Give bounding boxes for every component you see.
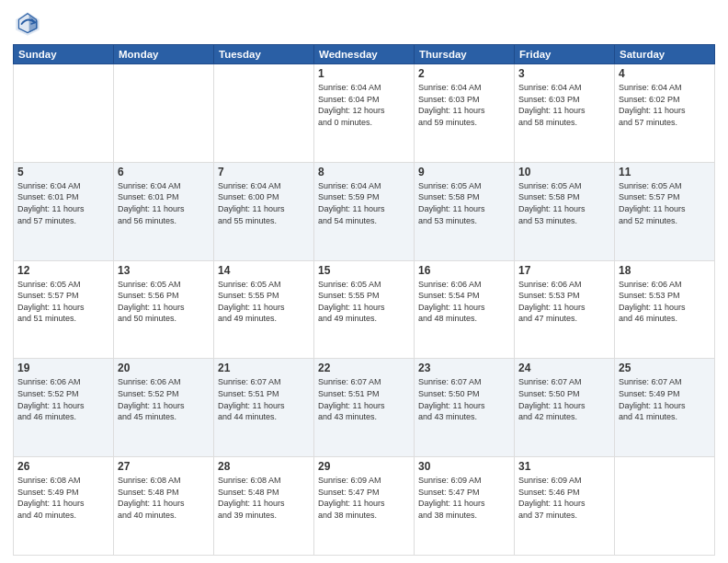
calendar-header-friday: Friday xyxy=(515,45,615,64)
calendar-day-8: 8Sunrise: 6:04 AM Sunset: 5:59 PM Daylig… xyxy=(314,162,415,260)
day-number: 10 xyxy=(518,166,610,178)
calendar-day-13: 13Sunrise: 6:05 AM Sunset: 5:56 PM Dayli… xyxy=(114,260,214,359)
day-number: 18 xyxy=(619,264,711,277)
calendar-day-22: 22Sunrise: 6:07 AM Sunset: 5:51 PM Dayli… xyxy=(314,359,415,457)
day-info: Sunrise: 6:05 AM Sunset: 5:58 PM Dayligh… xyxy=(418,180,510,226)
calendar-empty-cell xyxy=(14,64,114,163)
day-info: Sunrise: 6:04 AM Sunset: 6:03 PM Dayligh… xyxy=(518,82,610,128)
day-info: Sunrise: 6:07 AM Sunset: 5:51 PM Dayligh… xyxy=(218,376,310,422)
calendar-empty-cell xyxy=(214,64,314,163)
day-info: Sunrise: 6:07 AM Sunset: 5:50 PM Dayligh… xyxy=(418,376,510,422)
calendar-day-28: 28Sunrise: 6:08 AM Sunset: 5:48 PM Dayli… xyxy=(214,457,314,556)
calendar-week-row: 12Sunrise: 6:05 AM Sunset: 5:57 PM Dayli… xyxy=(14,260,715,359)
calendar-day-23: 23Sunrise: 6:07 AM Sunset: 5:50 PM Dayli… xyxy=(415,359,515,457)
calendar-day-3: 3Sunrise: 6:04 AM Sunset: 6:03 PM Daylig… xyxy=(515,64,615,163)
calendar-day-9: 9Sunrise: 6:05 AM Sunset: 5:58 PM Daylig… xyxy=(415,162,515,260)
day-number: 25 xyxy=(619,362,711,374)
calendar-empty-cell xyxy=(615,457,715,556)
calendar-day-7: 7Sunrise: 6:04 AM Sunset: 6:00 PM Daylig… xyxy=(214,162,314,260)
calendar-day-24: 24Sunrise: 6:07 AM Sunset: 5:50 PM Dayli… xyxy=(515,359,615,457)
header xyxy=(13,9,715,39)
day-number: 1 xyxy=(318,67,410,80)
day-number: 24 xyxy=(518,362,610,374)
calendar-day-17: 17Sunrise: 6:06 AM Sunset: 5:53 PM Dayli… xyxy=(515,260,615,359)
calendar-week-row: 1Sunrise: 6:04 AM Sunset: 6:04 PM Daylig… xyxy=(14,64,715,163)
calendar-day-29: 29Sunrise: 6:09 AM Sunset: 5:47 PM Dayli… xyxy=(314,457,415,556)
day-info: Sunrise: 6:06 AM Sunset: 5:53 PM Dayligh… xyxy=(518,279,610,325)
day-number: 11 xyxy=(619,166,711,178)
calendar-day-21: 21Sunrise: 6:07 AM Sunset: 5:51 PM Dayli… xyxy=(214,359,314,457)
day-number: 29 xyxy=(318,460,410,473)
day-info: Sunrise: 6:04 AM Sunset: 6:02 PM Dayligh… xyxy=(619,82,711,128)
day-info: Sunrise: 6:05 AM Sunset: 5:57 PM Dayligh… xyxy=(619,180,711,226)
calendar-header-saturday: Saturday xyxy=(615,45,715,64)
day-number: 20 xyxy=(118,362,210,374)
day-number: 7 xyxy=(218,166,310,178)
calendar-week-row: 19Sunrise: 6:06 AM Sunset: 5:52 PM Dayli… xyxy=(14,359,715,457)
calendar-header-row: SundayMondayTuesdayWednesdayThursdayFrid… xyxy=(14,45,715,64)
calendar-day-26: 26Sunrise: 6:08 AM Sunset: 5:49 PM Dayli… xyxy=(14,457,114,556)
day-number: 6 xyxy=(118,166,210,178)
day-number: 27 xyxy=(118,460,210,473)
logo-icon xyxy=(13,9,42,39)
calendar-day-20: 20Sunrise: 6:06 AM Sunset: 5:52 PM Dayli… xyxy=(114,359,214,457)
day-number: 13 xyxy=(118,264,210,277)
day-info: Sunrise: 6:09 AM Sunset: 5:47 PM Dayligh… xyxy=(318,475,410,521)
calendar-header-tuesday: Tuesday xyxy=(214,45,314,64)
day-info: Sunrise: 6:04 AM Sunset: 6:00 PM Dayligh… xyxy=(218,180,310,226)
calendar-day-4: 4Sunrise: 6:04 AM Sunset: 6:02 PM Daylig… xyxy=(615,64,715,163)
day-number: 26 xyxy=(17,460,109,473)
day-info: Sunrise: 6:05 AM Sunset: 5:55 PM Dayligh… xyxy=(218,279,310,325)
calendar-day-16: 16Sunrise: 6:06 AM Sunset: 5:54 PM Dayli… xyxy=(415,260,515,359)
day-info: Sunrise: 6:08 AM Sunset: 5:48 PM Dayligh… xyxy=(218,475,310,521)
day-number: 3 xyxy=(518,67,610,80)
calendar-header-monday: Monday xyxy=(114,45,214,64)
page: SundayMondayTuesdayWednesdayThursdayFrid… xyxy=(0,0,728,563)
day-number: 31 xyxy=(518,460,610,473)
day-number: 16 xyxy=(418,264,510,277)
logo xyxy=(13,9,46,39)
day-info: Sunrise: 6:06 AM Sunset: 5:52 PM Dayligh… xyxy=(118,376,210,422)
day-info: Sunrise: 6:04 AM Sunset: 6:01 PM Dayligh… xyxy=(118,180,210,226)
day-number: 5 xyxy=(17,166,109,178)
calendar-week-row: 26Sunrise: 6:08 AM Sunset: 5:49 PM Dayli… xyxy=(14,457,715,556)
calendar-day-6: 6Sunrise: 6:04 AM Sunset: 6:01 PM Daylig… xyxy=(114,162,214,260)
day-info: Sunrise: 6:07 AM Sunset: 5:51 PM Dayligh… xyxy=(318,376,410,422)
day-info: Sunrise: 6:09 AM Sunset: 5:46 PM Dayligh… xyxy=(518,475,610,521)
day-number: 22 xyxy=(318,362,410,374)
day-info: Sunrise: 6:06 AM Sunset: 5:54 PM Dayligh… xyxy=(418,279,510,325)
calendar-empty-cell xyxy=(114,64,214,163)
day-info: Sunrise: 6:09 AM Sunset: 5:47 PM Dayligh… xyxy=(418,475,510,521)
calendar-day-1: 1Sunrise: 6:04 AM Sunset: 6:04 PM Daylig… xyxy=(314,64,415,163)
calendar-day-10: 10Sunrise: 6:05 AM Sunset: 5:58 PM Dayli… xyxy=(515,162,615,260)
calendar-day-14: 14Sunrise: 6:05 AM Sunset: 5:55 PM Dayli… xyxy=(214,260,314,359)
day-info: Sunrise: 6:04 AM Sunset: 6:04 PM Dayligh… xyxy=(318,82,410,128)
calendar-day-19: 19Sunrise: 6:06 AM Sunset: 5:52 PM Dayli… xyxy=(14,359,114,457)
calendar-day-25: 25Sunrise: 6:07 AM Sunset: 5:49 PM Dayli… xyxy=(615,359,715,457)
calendar-day-5: 5Sunrise: 6:04 AM Sunset: 6:01 PM Daylig… xyxy=(14,162,114,260)
day-info: Sunrise: 6:08 AM Sunset: 5:49 PM Dayligh… xyxy=(17,475,109,521)
day-info: Sunrise: 6:04 AM Sunset: 6:03 PM Dayligh… xyxy=(418,82,510,128)
calendar-week-row: 5Sunrise: 6:04 AM Sunset: 6:01 PM Daylig… xyxy=(14,162,715,260)
calendar-day-30: 30Sunrise: 6:09 AM Sunset: 5:47 PM Dayli… xyxy=(415,457,515,556)
day-info: Sunrise: 6:07 AM Sunset: 5:50 PM Dayligh… xyxy=(518,376,610,422)
calendar-day-31: 31Sunrise: 6:09 AM Sunset: 5:46 PM Dayli… xyxy=(515,457,615,556)
day-info: Sunrise: 6:05 AM Sunset: 5:55 PM Dayligh… xyxy=(318,279,410,325)
day-number: 21 xyxy=(218,362,310,374)
day-number: 28 xyxy=(218,460,310,473)
day-number: 23 xyxy=(418,362,510,374)
day-number: 17 xyxy=(518,264,610,277)
day-number: 14 xyxy=(218,264,310,277)
day-number: 15 xyxy=(318,264,410,277)
calendar-day-15: 15Sunrise: 6:05 AM Sunset: 5:55 PM Dayli… xyxy=(314,260,415,359)
calendar-day-12: 12Sunrise: 6:05 AM Sunset: 5:57 PM Dayli… xyxy=(14,260,114,359)
day-number: 30 xyxy=(418,460,510,473)
day-info: Sunrise: 6:06 AM Sunset: 5:53 PM Dayligh… xyxy=(619,279,711,325)
calendar-header-thursday: Thursday xyxy=(415,45,515,64)
day-info: Sunrise: 6:07 AM Sunset: 5:49 PM Dayligh… xyxy=(619,376,711,422)
day-number: 12 xyxy=(17,264,109,277)
calendar-day-18: 18Sunrise: 6:06 AM Sunset: 5:53 PM Dayli… xyxy=(615,260,715,359)
day-info: Sunrise: 6:08 AM Sunset: 5:48 PM Dayligh… xyxy=(118,475,210,521)
day-info: Sunrise: 6:05 AM Sunset: 5:58 PM Dayligh… xyxy=(518,180,610,226)
day-number: 2 xyxy=(418,67,510,80)
